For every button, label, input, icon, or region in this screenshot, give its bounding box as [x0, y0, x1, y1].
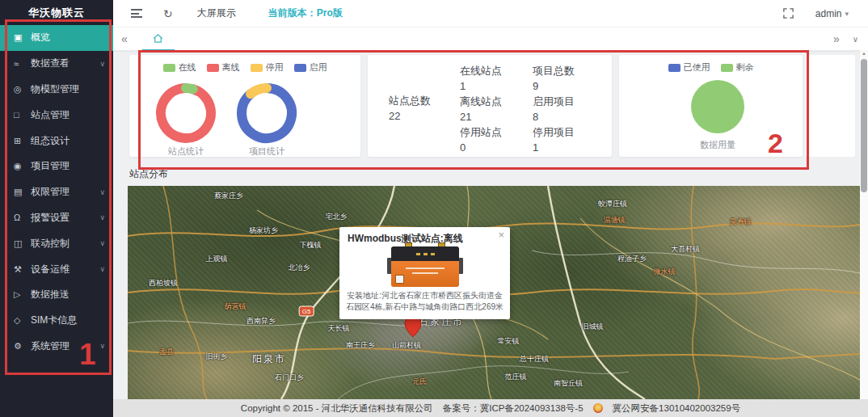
tabs-dropdown-icon[interactable]: ∨: [853, 35, 858, 44]
sidebar-item-概览[interactable]: ▣概览: [0, 25, 113, 51]
legend-swatch: [721, 64, 733, 72]
map-place-label: 总十庄镇: [520, 354, 549, 364]
model-icon: ◎: [14, 84, 31, 95]
home-icon: [152, 32, 164, 44]
sidebar-item-系统管理[interactable]: ⚙系统管理∨: [0, 334, 113, 360]
gear-icon: ⚙: [14, 341, 31, 352]
chart-legend: 在线离线停用启用: [129, 61, 360, 74]
close-icon[interactable]: ×: [498, 229, 504, 241]
user-menu[interactable]: admin ▾: [815, 8, 849, 19]
sidebar-item-label: 组态设计: [31, 134, 113, 148]
stat-label: 在线站点: [460, 63, 502, 78]
chart-slice-离线: [161, 88, 211, 138]
chevron-down-icon: ∨: [99, 265, 105, 273]
sim-tag-icon: ◇: [14, 315, 31, 326]
big-screen-button[interactable]: 大屏展示: [197, 6, 236, 20]
legend-item-剩余[interactable]: 剩余: [721, 61, 754, 74]
legend-swatch: [294, 64, 306, 72]
sidebar-item-数据查看[interactable]: ≈数据查看∨: [0, 51, 113, 77]
linkage-icon: ◫: [14, 238, 31, 249]
tabs-forward-icon[interactable]: »: [833, 32, 840, 45]
station-donut-chart[interactable]: [150, 77, 222, 150]
legend-label: 在线: [179, 61, 196, 74]
sidebar-item-label: 物模型管理: [31, 82, 113, 96]
map-place-label: 南王庄乡: [346, 340, 375, 351]
map-place-label: 杨家坊乡: [249, 225, 278, 236]
map-place-label: 北冶乡: [289, 263, 310, 273]
map-place-label: 西柏坡镇: [149, 278, 178, 289]
sidebar-item-label: 数据推送: [31, 288, 113, 301]
dashboard-icon: ▣: [14, 32, 31, 43]
footer-icp[interactable]: 备案号：冀ICP备2024093138号-5: [443, 402, 584, 415]
data-usage-pie-chart[interactable]: [685, 74, 750, 139]
scroll-up-icon[interactable]: ▲: [860, 51, 868, 56]
project-icon: ◉: [14, 161, 31, 171]
sidebar-item-SIM卡信息[interactable]: ◇SIM卡信息: [0, 308, 113, 334]
sidebar-item-设备运维[interactable]: ⚒设备运维∨: [0, 256, 113, 282]
legend-item-离线[interactable]: 离线: [207, 61, 240, 74]
legend-swatch: [163, 64, 175, 72]
map-place-label: 石门口乡: [275, 373, 304, 383]
chart-slice-停用: [251, 88, 267, 94]
station-map[interactable]: 蔡家庄乡蛟潭庄镇宅北乡杨家坊乡下槐镇上观镇北冶乡西柏坡镇温塘镇灵寿镇大吾村镇程油…: [128, 186, 860, 399]
chart-slice-剩余: [691, 80, 744, 133]
tab-home[interactable]: [142, 27, 175, 51]
legend-swatch: [251, 64, 263, 72]
legend-label: 停用: [266, 61, 284, 74]
sidebar-item-物模型管理[interactable]: ◎物模型管理: [0, 77, 113, 103]
pulse-icon: ≈: [14, 59, 31, 69]
permission-icon: ▤: [14, 187, 31, 197]
map-place-label: 荫营镇: [225, 301, 246, 312]
legend-item-在线[interactable]: 在线: [163, 61, 196, 74]
collapse-menu-icon[interactable]: [131, 9, 142, 18]
map-place-label: 上观镇: [206, 254, 228, 264]
usage-chart-title: 数据用量: [677, 139, 758, 151]
sidebar-item-数据推送[interactable]: ▷数据推送: [0, 282, 113, 308]
legend-item-停用[interactable]: 停用: [251, 61, 284, 74]
tabs-back-icon[interactable]: «: [121, 32, 128, 45]
refresh-icon[interactable]: ↻: [163, 7, 173, 20]
map-place-label: 旧城镇: [582, 322, 604, 332]
project-donut-chart[interactable]: [230, 77, 303, 150]
scrollbar-thumb[interactable]: [861, 59, 867, 192]
sidebar-item-报警设置[interactable]: Ω报警设置∨: [0, 205, 113, 231]
sidebar-item-权限管理[interactable]: ▤权限管理∨: [0, 179, 113, 205]
map-place-label: 阳泉市: [252, 352, 286, 366]
legend-swatch: [668, 64, 680, 72]
map-place-label: 范庄镇: [505, 372, 527, 382]
fullscreen-icon[interactable]: [782, 7, 794, 19]
sidebar-item-label: 站点管理: [31, 108, 113, 122]
sidebar-item-站点管理[interactable]: □站点管理: [0, 102, 113, 128]
stat-value: 0: [460, 140, 502, 155]
dtu-device-image: [391, 246, 459, 287]
legend-label: 已使用: [684, 61, 710, 74]
map-place-label: 下槐镇: [300, 240, 322, 251]
footer-police[interactable]: 冀公网安备13010402003259号: [613, 402, 741, 415]
map-section-title: 站点分布: [129, 167, 168, 181]
stat-value: 9: [533, 78, 575, 94]
chart-slice-在线: [186, 88, 193, 89]
map-place-label: 大吾村镇: [671, 244, 700, 255]
footer: Copyright © 2015 - 河北华沃通信科技有限公司 备案号：冀ICP…: [113, 399, 868, 417]
scrollbar[interactable]: ▲: [860, 50, 868, 399]
stat-value: 1: [533, 140, 575, 155]
stat-value: 1: [460, 78, 502, 94]
sidebar-item-项目管理[interactable]: ◉项目管理: [0, 154, 113, 179]
stat-label: 停用项目: [533, 124, 575, 140]
footer-copyright: Copyright © 2015 - 河北华沃通信科技有限公司: [241, 402, 433, 415]
totals-column: 项目总数9启用项目8停用项目1: [533, 63, 575, 155]
sidebar-item-联动控制[interactable]: ◫联动控制∨: [0, 230, 113, 256]
card-data-usage: 已使用剩余 数据用量: [619, 55, 803, 157]
map-place-label: 南智丘镇: [554, 378, 583, 389]
totals-column: 在线站点1离线站点21停用站点0: [460, 63, 502, 155]
totals-column: 站点总数22: [389, 93, 431, 124]
scada-icon: ⊞: [14, 136, 31, 146]
chevron-down-icon: ∨: [99, 342, 105, 350]
map-place-label: 宅北乡: [326, 212, 348, 222]
legend-item-启用[interactable]: 启用: [294, 61, 327, 74]
stat-label: 启用项目: [533, 94, 575, 109]
project-chart-title: 项目统计: [226, 145, 307, 158]
chevron-down-icon: ∨: [99, 188, 105, 196]
sidebar-item-组态设计[interactable]: ⊞组态设计: [0, 128, 113, 154]
legend-item-已使用[interactable]: 已使用: [668, 61, 710, 74]
